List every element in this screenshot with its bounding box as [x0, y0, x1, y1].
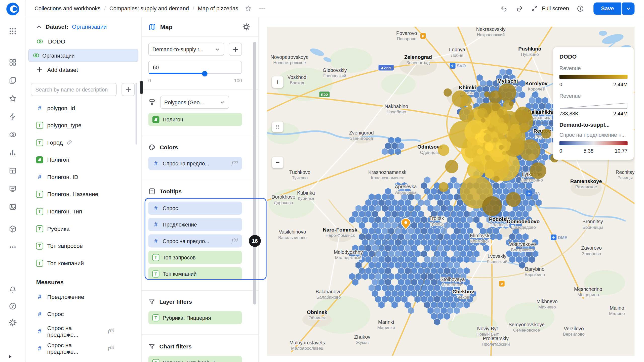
dataset-item-organizacii[interactable]: Организации [28, 49, 139, 62]
more-actions-icon[interactable] [256, 3, 268, 14]
number-field-icon: # [152, 160, 159, 167]
field-pill[interactable]: TРубрика: Пиццерия [148, 311, 242, 324]
field-pill[interactable]: Полигон [148, 113, 242, 126]
field-pill[interactable]: #Спрос на предло...ƒ(x) [148, 157, 242, 170]
charts-icon[interactable] [5, 145, 20, 160]
editor-lightning-icon[interactable] [5, 109, 20, 124]
favorites-star-icon[interactable] [5, 91, 20, 106]
geotype-select[interactable]: Polygons (Geo... [160, 96, 229, 109]
svg-text:Маринки: Маринки [377, 325, 395, 330]
add-field-button[interactable] [122, 83, 135, 96]
tables-icon[interactable] [5, 163, 20, 178]
apps-grid-icon[interactable] [5, 24, 20, 39]
add-layer-button[interactable] [229, 43, 242, 56]
legend-gold-gradient [559, 75, 628, 79]
map-area: PovarovoПоваровоNekrasovskiyНекрасовский… [259, 17, 644, 362]
field-pill[interactable]: TТоп компаний [148, 267, 242, 280]
svg-text:Речицы: Речицы [618, 175, 633, 180]
breadcrumb-collections[interactable]: Collections and workbooks [34, 5, 100, 11]
layer-settings-gear-icon[interactable] [240, 21, 252, 33]
field-pill[interactable]: TПолигон. Тип: hash_7 [148, 356, 242, 362]
search-input[interactable] [31, 83, 116, 96]
chevron-up-icon[interactable] [36, 24, 42, 30]
full-screen-button[interactable]: Full screen [531, 5, 569, 12]
field-pill[interactable]: TТоп запросов [148, 251, 242, 264]
breadcrumb-workbook[interactable]: Companies: supply and demand [109, 5, 189, 11]
field-label: Рубрика [47, 225, 70, 232]
svg-text:P: P [501, 282, 503, 286]
dataset-field[interactable]: TГород [25, 134, 141, 151]
settings-gear-icon[interactable] [5, 315, 20, 330]
field-pill[interactable]: #Спрос на предло...ƒ(x) [148, 234, 242, 247]
geolayer-type-icon [148, 99, 155, 106]
svg-text:Domodedovo: Domodedovo [507, 219, 540, 224]
save-more-button[interactable] [622, 2, 634, 15]
svg-text:Лобня: Лобня [451, 53, 463, 58]
svg-text:Rechitsy: Rechitsy [616, 169, 634, 175]
dataset-field[interactable]: #Полигон. ID [25, 168, 141, 186]
dataset-field[interactable]: #Предложение [25, 288, 141, 305]
legend-demand-max: 10,77 [615, 148, 628, 154]
more-icon[interactable] [5, 240, 20, 254]
panel-resize-handle[interactable] [140, 81, 143, 94]
opacity-input[interactable] [149, 61, 242, 73]
dataset-field[interactable]: #Спрос [25, 305, 141, 323]
zoom-drag-handle[interactable] [272, 121, 284, 132]
zoom-in-button[interactable]: + [272, 76, 284, 88]
datalens-logo-icon[interactable] [5, 2, 20, 17]
svg-text:Mytischi: Mytischi [497, 78, 518, 84]
field-label: Спрос на предложе... [47, 342, 103, 355]
field-pill[interactable]: #Предложение [148, 218, 242, 231]
dataset-field[interactable]: TТоп компаний [25, 254, 141, 272]
layer-filters-funnel-icon [148, 298, 155, 305]
dataset-field[interactable]: Tpolygon_type [25, 117, 141, 134]
dataset-panel: Dataset: Организации DODO Организации Ad… [25, 17, 142, 362]
svg-text:✈: ✈ [451, 64, 454, 68]
dataset-field[interactable]: TПолигон. Название [25, 186, 141, 203]
map-canvas[interactable]: PovarovoПоваровоNekrasovskiyНекрасовский… [267, 27, 634, 356]
svg-text:Aprelevka: Aprelevka [395, 184, 417, 189]
dashboards-icon[interactable] [5, 55, 20, 70]
opacity-slider-handle[interactable] [202, 71, 207, 76]
layer-panel-scrollbar[interactable] [253, 42, 256, 305]
dataset-field[interactable]: TПолигон. Тип [25, 203, 141, 220]
chart-filters-fields: TПолигон. Тип: hash_7 [148, 356, 252, 362]
dataset-name-link[interactable]: Организации [72, 23, 107, 30]
datasets-rings-icon[interactable] [5, 127, 20, 142]
dataset-field[interactable]: Полигон [25, 151, 141, 168]
geopolygons-field: Полигон [148, 113, 252, 126]
layer-select[interactable]: Demand-to-supply r... [148, 43, 224, 56]
link-icon [67, 140, 72, 145]
measures-list: #Предложение#Спрос#Спрос на предложе...ƒ… [25, 288, 141, 357]
collapse-panel-icon[interactable] [8, 353, 12, 360]
media-image-icon[interactable] [5, 199, 20, 214]
dataset-field[interactable]: #Спрос на предложе...ƒ(x) [25, 340, 141, 357]
field-pill-label: Топ компаний [163, 271, 197, 277]
svg-text:P: P [422, 34, 424, 38]
add-dataset-button[interactable]: Add dataset [25, 62, 141, 77]
collections-icon[interactable] [5, 73, 20, 88]
services-cube-icon[interactable] [5, 222, 20, 237]
dataset-field[interactable]: #polygon_id [25, 99, 141, 117]
undo-icon[interactable] [498, 3, 510, 14]
expand-icon [531, 5, 538, 12]
redo-icon[interactable] [514, 3, 526, 14]
favorite-star-icon[interactable] [242, 3, 254, 14]
save-button[interactable]: Save [594, 2, 621, 15]
notifications-bell-icon[interactable] [5, 282, 20, 297]
dataset-field[interactable]: TРубрика [25, 220, 141, 237]
dataset-field[interactable]: TТоп запросов [25, 237, 141, 255]
dataset-scrollbar[interactable] [136, 83, 137, 145]
info-icon[interactable] [575, 3, 586, 14]
dataset-field[interactable]: #Спрос на предложе...ƒ(x) [25, 323, 141, 340]
layer-panel-title: Map [160, 23, 236, 30]
svg-text:Домодедово: Домодедово [511, 225, 536, 230]
presentations-icon[interactable] [5, 182, 20, 196]
geopolygon-field-icon [36, 156, 43, 163]
formula-icon: ƒ(x) [231, 238, 238, 244]
dataset-item-dodo[interactable]: DODO [28, 34, 139, 49]
field-pill-label: Топ запросов [163, 254, 196, 260]
zoom-out-button[interactable]: − [272, 157, 284, 168]
help-icon[interactable]: ? [5, 299, 20, 314]
field-pill[interactable]: #Спрос [148, 202, 242, 215]
